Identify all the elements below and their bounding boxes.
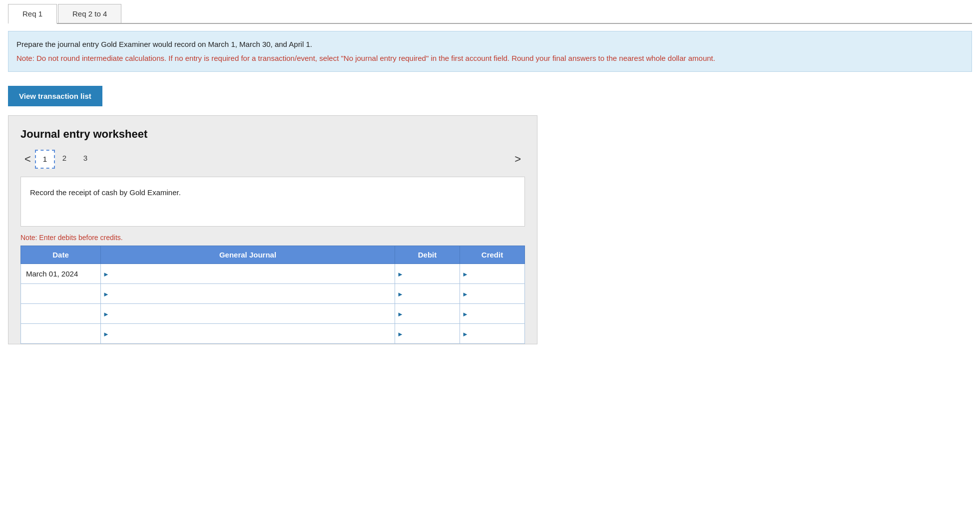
row2-debit-arrow: ► <box>397 290 404 297</box>
row3-debit-input[interactable] <box>400 309 455 318</box>
row2-date <box>21 284 101 304</box>
row4-debit-input[interactable] <box>400 329 455 338</box>
journal-description-text: Record the receipt of cash by Gold Exami… <box>30 188 181 197</box>
instruction-main-text: Prepare the journal entry Gold Examiner … <box>16 38 964 50</box>
next-arrow[interactable]: > <box>510 151 525 168</box>
row1-journal-arrow: ► <box>103 270 109 277</box>
row3-debit-cell[interactable]: ► <box>395 304 460 324</box>
row4-debit-cell[interactable]: ► <box>395 324 460 344</box>
debits-note: Note: Enter debits before credits. <box>20 234 525 242</box>
row4-debit-arrow: ► <box>397 330 404 337</box>
worksheet-title: Journal entry worksheet <box>20 128 525 141</box>
row2-credit-arrow: ► <box>462 290 469 297</box>
row3-journal-cell[interactable]: ► <box>101 304 395 324</box>
journal-table: Date General Journal Debit Credit March … <box>20 246 525 344</box>
tab-req1[interactable]: Req 1 <box>8 4 57 24</box>
page-btn-1[interactable]: 1 <box>35 150 55 169</box>
row3-credit-arrow: ► <box>462 310 469 317</box>
row3-date <box>21 304 101 324</box>
worksheet-container: Journal entry worksheet < 1 2 3 > Record… <box>8 115 537 344</box>
row4-journal-input[interactable] <box>106 329 390 338</box>
row4-credit-input[interactable] <box>465 329 519 338</box>
row1-credit-input[interactable] <box>465 269 519 278</box>
row2-journal-arrow: ► <box>103 290 109 297</box>
row1-date-text: March 01, 2024 <box>26 269 78 278</box>
row3-journal-arrow: ► <box>103 310 109 317</box>
prev-arrow[interactable]: < <box>20 151 35 168</box>
table-row: ► ► ► <box>21 284 525 304</box>
col-header-credit: Credit <box>460 246 525 264</box>
instruction-note-text: Note: Do not round intermediate calculat… <box>16 52 964 64</box>
tabs-bar: Req 1 Req 2 to 4 <box>8 0 972 24</box>
page-btn-2[interactable]: 2 <box>57 150 72 169</box>
col-header-date: Date <box>21 246 101 264</box>
row1-debit-arrow: ► <box>397 270 404 277</box>
journal-description-box: Record the receipt of cash by Gold Exami… <box>20 177 525 227</box>
row2-credit-input[interactable] <box>465 289 519 298</box>
row2-journal-cell[interactable]: ► <box>101 284 395 304</box>
row1-credit-arrow: ► <box>462 270 469 277</box>
row2-debit-cell[interactable]: ► <box>395 284 460 304</box>
row4-journal-cell[interactable]: ► <box>101 324 395 344</box>
row4-date <box>21 324 101 344</box>
row4-credit-arrow: ► <box>462 330 469 337</box>
page-btn-3[interactable]: 3 <box>78 150 93 169</box>
row2-debit-input[interactable] <box>400 289 455 298</box>
row3-credit-cell[interactable]: ► <box>460 304 525 324</box>
row1-date: March 01, 2024 <box>21 264 101 284</box>
row4-credit-cell[interactable]: ► <box>460 324 525 344</box>
row1-credit-cell[interactable]: ► <box>460 264 525 284</box>
row3-credit-input[interactable] <box>465 309 519 318</box>
tab-req2to4[interactable]: Req 2 to 4 <box>58 4 121 23</box>
view-transaction-list-button[interactable]: View transaction list <box>8 86 102 106</box>
table-row: March 01, 2024 ► ► ► <box>21 264 525 284</box>
col-header-debit: Debit <box>395 246 460 264</box>
row1-journal-cell[interactable]: ► <box>101 264 395 284</box>
row2-credit-cell[interactable]: ► <box>460 284 525 304</box>
table-row: ► ► ► <box>21 324 525 344</box>
worksheet-nav-row: < 1 2 3 > <box>20 150 525 169</box>
table-row: ► ► ► <box>21 304 525 324</box>
row1-journal-input[interactable] <box>106 269 390 278</box>
col-header-journal: General Journal <box>101 246 395 264</box>
row1-debit-cell[interactable]: ► <box>395 264 460 284</box>
instruction-box: Prepare the journal entry Gold Examiner … <box>8 31 972 72</box>
row4-journal-arrow: ► <box>103 330 109 337</box>
row3-journal-input[interactable] <box>106 309 390 318</box>
row1-debit-input[interactable] <box>400 269 455 278</box>
row2-journal-input[interactable] <box>106 289 390 298</box>
row3-debit-arrow: ► <box>397 310 404 317</box>
